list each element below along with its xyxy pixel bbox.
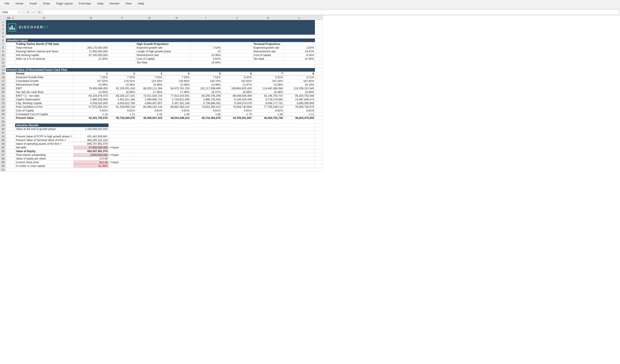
ribbon-tab-home[interactable]: Home	[13, 0, 27, 7]
cell[interactable]: 19.99%	[284, 90, 315, 94]
cell[interactable]: 19.48%	[253, 90, 284, 94]
ribbon-tab-formulas[interactable]: Formulas	[76, 0, 94, 7]
cell[interactable]: 10.36%	[136, 83, 163, 87]
row-header[interactable]: 36	[0, 149, 6, 153]
cell[interactable]: 7	[253, 72, 284, 75]
cell[interactable]: 76,628,730,834	[221, 105, 253, 109]
row-header[interactable]: 3	[0, 28, 6, 31]
ribbon-tab-file[interactable]: File	[1, 0, 13, 7]
cell[interactable]: 82,155,051,418	[108, 87, 136, 90]
cell[interactable]: 9.81%	[221, 109, 253, 113]
cell[interactable]: 2.11	[284, 113, 315, 116]
row-header[interactable]: 40	[0, 164, 6, 168]
row-header[interactable]: 35	[0, 146, 6, 149]
cell[interactable]: 48,034,308,313	[163, 116, 190, 120]
cell[interactable]: Period	[15, 72, 73, 75]
cell[interactable]: EBIT * (1 - tax rate)	[15, 94, 73, 98]
col-header[interactable]: C	[11, 16, 15, 20]
cell[interactable]: 57,575,305,310	[73, 105, 108, 109]
cell[interactable]: 95,420,792,048	[284, 94, 315, 98]
cell[interactable]: 2,734,621,838	[163, 98, 190, 101]
cell[interactable]: 88,333,111,284	[136, 87, 163, 90]
ribbon-tab-draw[interactable]: Draw	[40, 0, 53, 7]
cell[interactable]: 64,229,479,373	[73, 94, 108, 98]
row-header[interactable]: 21	[0, 94, 6, 98]
cell[interactable]: 2,360,254,063	[73, 98, 108, 101]
cell[interactable]: 1	[73, 72, 108, 75]
cell[interactable]: Cost of Capital	[15, 109, 73, 113]
cell[interactable]: 4.21%	[284, 75, 315, 79]
cell[interactable]: 9.81%	[190, 57, 221, 61]
cell[interactable]: Expected growth rate	[136, 46, 190, 50]
row-header[interactable]: 31	[0, 131, 6, 135]
cell[interactable]: 1.21	[108, 113, 136, 116]
cell[interactable]: 2,451,611,184	[108, 98, 136, 101]
cell[interactable]: 119,258,101,345	[284, 87, 315, 90]
cell[interactable]: 61,159,693,134	[108, 105, 136, 109]
cell[interactable]: Present Value of FCFF in high growth pha…	[15, 135, 73, 138]
cell-note[interactable]: <<Input	[108, 153, 136, 157]
row-header[interactable]: 34	[0, 142, 6, 146]
cell[interactable]: 77,790,248,114	[253, 105, 284, 109]
cell[interactable]: 10.36%	[190, 83, 221, 87]
cell[interactable]: 13,487,648,473	[284, 98, 315, 101]
cell[interactable]: 1.75	[221, 113, 253, 116]
cell[interactable]: Value at the end of growth phase	[15, 127, 73, 131]
row-header[interactable]: 22	[0, 98, 6, 101]
cell-input[interactable]: 4,650,000,000	[73, 153, 108, 157]
cell[interactable]: 9,718,278,892	[253, 98, 284, 101]
cell[interactable]: 7.52%	[73, 75, 108, 79]
select-all-corner[interactable]	[0, 16, 6, 20]
name-box[interactable]: M36 ▼	[1, 10, 21, 15]
row-header[interactable]: 4	[0, 31, 6, 35]
cell[interactable]: Reinvestment rate	[253, 50, 284, 53]
cell[interactable]: 15.58%	[253, 83, 284, 87]
cell[interactable]: 993,507,981,979	[73, 149, 108, 153]
cell[interactable]: 143.70%	[190, 79, 221, 83]
cell-input[interactable]: 311.43	[73, 160, 108, 164]
cell[interactable]: 65,358,242,144	[136, 105, 163, 109]
cell[interactable]: 18.47%	[190, 90, 221, 94]
cell[interactable]: Cumulated Cost of Capital	[15, 113, 73, 116]
row-header[interactable]: 2	[0, 24, 6, 28]
cell[interactable]: 464,265,322,318	[73, 138, 108, 142]
row-header[interactable]: 38	[0, 157, 6, 160]
cell[interactable]: Tax rate (for cash flow)	[15, 90, 73, 94]
col-header[interactable]: K	[253, 16, 284, 20]
ribbon-tab-insert[interactable]: Insert	[27, 0, 40, 7]
cell[interactable]: 895,707,981,979	[73, 142, 108, 146]
cell[interactable]: Tax Rate	[136, 61, 190, 64]
col-header[interactable]: F	[108, 16, 136, 20]
cell[interactable]: 124.30%	[136, 79, 163, 83]
cell[interactable]: 431,442,659,661	[73, 135, 108, 138]
cell[interactable]: 83,256,755,258	[190, 94, 221, 98]
cell[interactable]: 4	[163, 72, 190, 75]
row-header[interactable]: 13	[0, 64, 6, 68]
formula-input[interactable]	[43, 10, 619, 15]
cell[interactable]: 17.96%	[163, 90, 190, 94]
row-header[interactable]: 10	[0, 53, 6, 57]
cell[interactable]: Value of equity per share	[15, 157, 73, 160]
cell[interactable]: 4,293,920,000	[73, 101, 108, 105]
cell[interactable]: 167.82%	[284, 79, 315, 83]
cell[interactable]: 78,063,749,975	[284, 105, 315, 109]
cell[interactable]: 2,589,666,714	[136, 98, 163, 101]
cell[interactable]: 1,183,546,052,542	[73, 127, 108, 131]
cell[interactable]: Total shares outstanding	[15, 153, 73, 157]
row-header[interactable]: 12	[0, 61, 6, 64]
cell[interactable]: 10.36%	[108, 83, 136, 87]
col-header[interactable]: G	[136, 16, 163, 20]
cell[interactable]: 9.81%	[136, 109, 163, 113]
row-header[interactable]: 32	[0, 135, 6, 138]
cell[interactable]: Expected Growth Rate	[15, 75, 73, 79]
row-header[interactable]: 18	[0, 83, 6, 87]
col-header[interactable]: H	[163, 16, 190, 20]
cell[interactable]: 152.92%	[221, 79, 253, 83]
cell[interactable]: 114,442,366,560	[253, 87, 284, 90]
row-header[interactable]: 14	[0, 68, 6, 72]
cell[interactable]: Total revenue	[15, 46, 73, 50]
cell[interactable]: 74,631,355,413	[190, 105, 221, 109]
cell[interactable]: NWC as a % of revenue	[15, 57, 73, 61]
chevron-down-icon[interactable]: ▼	[18, 11, 20, 13]
cell[interactable]: 88,048,639,359	[221, 94, 253, 98]
